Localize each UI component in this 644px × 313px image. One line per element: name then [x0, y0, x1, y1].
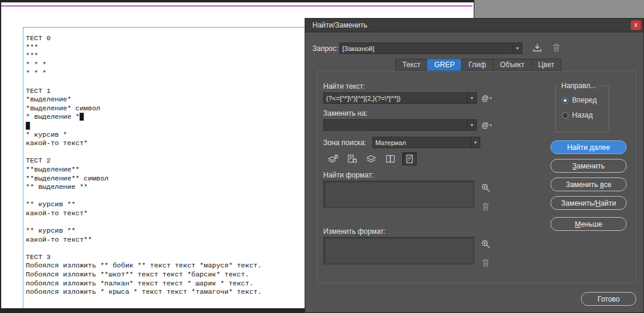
tab-object[interactable]: Объект [493, 59, 531, 71]
find-special-characters-menu-button[interactable]: @▼ [482, 92, 496, 104]
find-text-label: Найти текст: [323, 82, 365, 91]
find-locked-layers-icon[interactable] [326, 152, 340, 165]
text-line [26, 78, 303, 87]
text-line: * курсив * [26, 131, 303, 140]
change-format-box[interactable] [323, 237, 474, 264]
text-line: ** курсив ** [26, 227, 303, 236]
chevron-down-icon[interactable]: ▼ [513, 43, 522, 53]
replace-button[interactable]: Заменить [550, 159, 627, 173]
text-line [26, 192, 303, 201]
margin-guide-line [1, 5, 473, 7]
close-button[interactable]: x [631, 20, 641, 30]
query-value: [Заказной] [340, 45, 513, 52]
text-line: ТЕСТ 3 [26, 253, 303, 262]
search-mode-tabs: Текст GREP Глиф Объект Цвет [395, 59, 561, 71]
direction-forward-label: Вперед [572, 96, 597, 104]
find-hidden-layers-icon[interactable] [364, 152, 378, 165]
text-line: *выделение* символ [26, 104, 303, 113]
query-label: Запрос: [312, 44, 338, 53]
radio-selected-icon [562, 97, 568, 104]
replace-find-button[interactable]: Заменить/Найти [550, 196, 627, 210]
dialog-titlebar[interactable]: Найти/Заменить x [305, 19, 643, 32]
direction-backward-label: Назад [572, 111, 592, 119]
find-master-pages-icon[interactable] [383, 152, 398, 165]
done-button[interactable]: Готово [581, 292, 636, 306]
tab-grep[interactable]: GREP [427, 59, 461, 71]
text-line: * * * [26, 69, 303, 78]
find-text-input[interactable] [324, 93, 467, 103]
tab-text[interactable]: Текст [395, 59, 427, 71]
text-line: *** [26, 43, 303, 52]
replace-with-input[interactable] [324, 120, 467, 130]
text-line: побоялся изложить * крыса * текст текст … [26, 288, 303, 297]
text-line: ТЕСТ 0 [26, 34, 303, 43]
find-next-button[interactable]: Найти далее [550, 140, 627, 154]
tab-glyph[interactable]: Глиф [461, 59, 492, 71]
text-line: ТЕСТ 1 [26, 87, 303, 96]
less-options-button[interactable]: Меньше [550, 217, 627, 231]
text-line: какой-то текст* [26, 209, 303, 218]
replace-all-button[interactable]: Заменить все [550, 177, 627, 191]
tab-color[interactable]: Цвет [531, 59, 562, 71]
chevron-down-icon[interactable]: ▼ [471, 137, 480, 148]
direction-forward-radio[interactable]: Вперед [562, 96, 597, 104]
direction-backward-radio[interactable]: Назад [562, 111, 592, 119]
text-line [26, 218, 303, 227]
text-line: *** [26, 52, 303, 61]
radio-unselected-icon [562, 112, 568, 119]
change-format-specify-icon[interactable] [481, 239, 491, 249]
find-format-box[interactable] [323, 180, 474, 208]
change-format-clear-trash-icon[interactable] [482, 258, 490, 267]
direction-group: Направл... Вперед Назад [555, 86, 609, 133]
find-format-specify-icon[interactable] [481, 183, 491, 193]
text-line: какой-то текст* [26, 139, 303, 148]
text-line: ТЕСТ 2 [26, 156, 303, 165]
pasteboard [305, 2, 474, 18]
delete-query-trash-icon[interactable] [552, 43, 561, 52]
text-line: Побоялся изложить ** бобик ** текст текс… [26, 261, 303, 270]
text-line: * * * [26, 61, 303, 70]
save-query-button[interactable] [532, 43, 543, 53]
find-replace-dialog: Найти/Заменить x Запрос: [Заказной] ▼ Те… [305, 18, 644, 313]
search-scope-toggles [326, 152, 417, 165]
story-text[interactable]: ТЕСТ 0******* * ** * * ТЕСТ 1*выделение*… [26, 34, 303, 297]
text-line: побоялся изложить *палкан* текст текст *… [26, 279, 303, 288]
text-line [26, 244, 303, 253]
find-text-field[interactable]: ▼ [323, 92, 477, 104]
chevron-down-icon[interactable]: ▼ [467, 120, 476, 130]
text-line: Побоялся изложить **шкот** текст текст *… [26, 270, 303, 279]
search-zone-dropdown[interactable]: Материал ▼ [372, 137, 480, 148]
find-locked-stories-icon[interactable] [345, 152, 359, 165]
find-format-clear-trash-icon[interactable] [482, 202, 490, 211]
change-format-label: Изменить формат: [323, 227, 386, 236]
text-line: **выделение** символ [26, 174, 303, 183]
text-line: *выделение* [26, 95, 303, 104]
replace-special-characters-menu-button[interactable]: @▼ [482, 119, 496, 131]
chevron-down-icon[interactable]: ▼ [467, 93, 476, 103]
find-format-label: Найти формат: [323, 171, 374, 179]
text-line: какой-то текст** [26, 236, 303, 245]
search-zone-label: Зона поиска: [323, 139, 366, 147]
text-line [26, 148, 303, 157]
query-dropdown[interactable]: [Заказной] ▼ [339, 43, 522, 54]
dialog-title: Найти/Заменить [312, 21, 368, 29]
find-footnotes-icon[interactable] [402, 152, 417, 165]
search-zone-value: Материал [373, 139, 471, 146]
text-line: * выделение *█ [26, 113, 303, 122]
text-line: ** курсив ** [26, 200, 303, 209]
replace-with-label: Заменить на: [323, 109, 368, 118]
text-line: **выделение** [26, 165, 303, 174]
text-line: ** выделение ** [26, 183, 303, 192]
direction-label: Направл... [559, 82, 598, 90]
replace-with-field[interactable]: ▼ [323, 119, 477, 131]
text-frame-border-left [23, 27, 23, 308]
text-frame-border-top [23, 27, 305, 28]
background-window [474, 0, 644, 18]
text-line: █ [26, 122, 303, 131]
